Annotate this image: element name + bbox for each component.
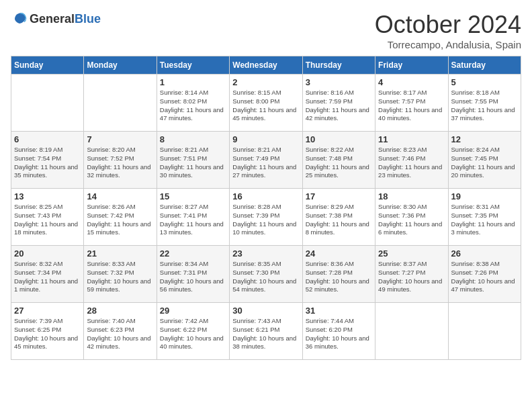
calendar-table: SundayMondayTuesdayWednesdayThursdayFrid… (11, 56, 521, 360)
day-number: 7 (87, 134, 153, 144)
day-info: Sunrise: 8:21 AM Sunset: 7:51 PM Dayligh… (160, 146, 226, 180)
day-info: Sunrise: 7:42 AM Sunset: 6:22 PM Dayligh… (160, 317, 226, 351)
day-number: 21 (87, 248, 153, 259)
calendar-cell: 26Sunrise: 8:38 AM Sunset: 7:26 PM Dayli… (448, 246, 521, 303)
day-info: Sunrise: 8:33 AM Sunset: 7:32 PM Dayligh… (87, 260, 153, 294)
calendar-cell (84, 75, 157, 132)
calendar-cell (11, 75, 84, 132)
day-number: 5 (451, 77, 518, 87)
day-info: Sunrise: 8:25 AM Sunset: 7:43 PM Dayligh… (14, 203, 81, 237)
logo-text: GeneralBlue (30, 12, 101, 26)
calendar-cell: 13Sunrise: 8:25 AM Sunset: 7:43 PM Dayli… (11, 189, 84, 246)
day-info: Sunrise: 8:31 AM Sunset: 7:35 PM Dayligh… (451, 203, 518, 237)
title-section: October 2024 Torrecampo, Andalusia, Spai… (375, 11, 521, 50)
day-info: Sunrise: 8:37 AM Sunset: 7:27 PM Dayligh… (378, 260, 445, 294)
day-number: 12 (451, 134, 518, 144)
day-number: 25 (378, 248, 445, 259)
day-number: 17 (306, 191, 372, 201)
day-info: Sunrise: 8:38 AM Sunset: 7:26 PM Dayligh… (451, 260, 518, 294)
calendar-cell: 6Sunrise: 8:19 AM Sunset: 7:54 PM Daylig… (11, 132, 84, 189)
calendar-cell: 2Sunrise: 8:15 AM Sunset: 8:00 PM Daylig… (230, 75, 302, 132)
logo-icon (11, 11, 27, 27)
calendar-week-2: 6Sunrise: 8:19 AM Sunset: 7:54 PM Daylig… (11, 132, 521, 189)
day-number: 19 (451, 191, 518, 201)
day-info: Sunrise: 8:29 AM Sunset: 7:38 PM Dayligh… (306, 203, 372, 237)
header-sunday: Sunday (11, 56, 84, 75)
day-number: 20 (14, 248, 81, 259)
calendar-cell: 17Sunrise: 8:29 AM Sunset: 7:38 PM Dayli… (302, 189, 375, 246)
header-saturday: Saturday (448, 56, 521, 75)
day-info: Sunrise: 8:34 AM Sunset: 7:31 PM Dayligh… (160, 260, 226, 294)
calendar-cell: 12Sunrise: 8:24 AM Sunset: 7:45 PM Dayli… (448, 132, 521, 189)
day-info: Sunrise: 8:19 AM Sunset: 7:54 PM Dayligh… (14, 146, 81, 180)
page-header: GeneralBlue October 2024 Torrecampo, And… (11, 11, 521, 50)
location-title: Torrecampo, Andalusia, Spain (375, 39, 521, 50)
day-info: Sunrise: 8:22 AM Sunset: 7:48 PM Dayligh… (306, 146, 372, 180)
day-number: 15 (160, 191, 226, 201)
day-info: Sunrise: 8:14 AM Sunset: 8:02 PM Dayligh… (160, 89, 226, 123)
day-number: 26 (451, 248, 518, 259)
calendar-cell: 9Sunrise: 8:21 AM Sunset: 7:49 PM Daylig… (230, 132, 302, 189)
logo: GeneralBlue (11, 11, 101, 27)
day-number: 8 (160, 134, 226, 144)
calendar-cell (448, 303, 521, 360)
calendar-cell: 15Sunrise: 8:27 AM Sunset: 7:41 PM Dayli… (157, 189, 229, 246)
calendar-cell: 10Sunrise: 8:22 AM Sunset: 7:48 PM Dayli… (302, 132, 375, 189)
day-info: Sunrise: 7:39 AM Sunset: 6:25 PM Dayligh… (14, 317, 81, 351)
day-info: Sunrise: 8:30 AM Sunset: 7:36 PM Dayligh… (378, 203, 445, 237)
day-info: Sunrise: 8:32 AM Sunset: 7:34 PM Dayligh… (14, 260, 81, 294)
day-number: 27 (14, 306, 81, 316)
day-number: 16 (232, 191, 299, 201)
day-info: Sunrise: 8:36 AM Sunset: 7:28 PM Dayligh… (306, 260, 372, 294)
day-number: 30 (232, 306, 299, 316)
calendar-week-5: 27Sunrise: 7:39 AM Sunset: 6:25 PM Dayli… (11, 303, 521, 360)
header-thursday: Thursday (302, 56, 375, 75)
calendar-cell: 22Sunrise: 8:34 AM Sunset: 7:31 PM Dayli… (157, 246, 229, 303)
day-info: Sunrise: 8:24 AM Sunset: 7:45 PM Dayligh… (451, 146, 518, 180)
day-number: 3 (306, 77, 372, 87)
day-info: Sunrise: 8:15 AM Sunset: 8:00 PM Dayligh… (232, 89, 299, 123)
month-title: October 2024 (375, 11, 521, 39)
calendar-cell: 11Sunrise: 8:23 AM Sunset: 7:46 PM Dayli… (375, 132, 448, 189)
calendar-cell: 24Sunrise: 8:36 AM Sunset: 7:28 PM Dayli… (302, 246, 375, 303)
day-info: Sunrise: 8:23 AM Sunset: 7:46 PM Dayligh… (378, 146, 445, 180)
header-monday: Monday (84, 56, 157, 75)
calendar-cell: 14Sunrise: 8:26 AM Sunset: 7:42 PM Dayli… (84, 189, 157, 246)
calendar-week-1: 1Sunrise: 8:14 AM Sunset: 8:02 PM Daylig… (11, 75, 521, 132)
day-number: 10 (306, 134, 372, 144)
day-number: 9 (232, 134, 299, 144)
header-wednesday: Wednesday (230, 56, 302, 75)
logo-general: General (30, 12, 75, 26)
calendar-cell: 27Sunrise: 7:39 AM Sunset: 6:25 PM Dayli… (11, 303, 84, 360)
calendar-cell: 5Sunrise: 8:18 AM Sunset: 7:55 PM Daylig… (448, 75, 521, 132)
calendar-cell: 7Sunrise: 8:20 AM Sunset: 7:52 PM Daylig… (84, 132, 157, 189)
day-number: 24 (306, 248, 372, 259)
calendar-cell: 25Sunrise: 8:37 AM Sunset: 7:27 PM Dayli… (375, 246, 448, 303)
day-number: 13 (14, 191, 81, 201)
day-number: 23 (232, 248, 299, 259)
day-info: Sunrise: 8:20 AM Sunset: 7:52 PM Dayligh… (87, 146, 153, 180)
calendar-cell: 29Sunrise: 7:42 AM Sunset: 6:22 PM Dayli… (157, 303, 229, 360)
day-number: 31 (306, 306, 372, 316)
day-info: Sunrise: 7:40 AM Sunset: 6:23 PM Dayligh… (87, 317, 153, 351)
day-number: 22 (160, 248, 226, 259)
calendar-cell: 21Sunrise: 8:33 AM Sunset: 7:32 PM Dayli… (84, 246, 157, 303)
calendar-cell: 31Sunrise: 7:44 AM Sunset: 6:20 PM Dayli… (302, 303, 375, 360)
calendar-cell: 20Sunrise: 8:32 AM Sunset: 7:34 PM Dayli… (11, 246, 84, 303)
day-info: Sunrise: 8:18 AM Sunset: 7:55 PM Dayligh… (451, 89, 518, 123)
day-info: Sunrise: 8:28 AM Sunset: 7:39 PM Dayligh… (232, 203, 299, 237)
calendar-cell: 30Sunrise: 7:43 AM Sunset: 6:21 PM Dayli… (230, 303, 302, 360)
calendar-week-4: 20Sunrise: 8:32 AM Sunset: 7:34 PM Dayli… (11, 246, 521, 303)
calendar-cell (375, 303, 448, 360)
logo-blue: Blue (75, 12, 101, 26)
day-number: 18 (378, 191, 445, 201)
calendar-cell: 8Sunrise: 8:21 AM Sunset: 7:51 PM Daylig… (157, 132, 229, 189)
calendar-header-row: SundayMondayTuesdayWednesdayThursdayFrid… (11, 56, 521, 75)
calendar-cell: 4Sunrise: 8:17 AM Sunset: 7:57 PM Daylig… (375, 75, 448, 132)
calendar-cell: 23Sunrise: 8:35 AM Sunset: 7:30 PM Dayli… (230, 246, 302, 303)
calendar-cell: 28Sunrise: 7:40 AM Sunset: 6:23 PM Dayli… (84, 303, 157, 360)
calendar-cell: 3Sunrise: 8:16 AM Sunset: 7:59 PM Daylig… (302, 75, 375, 132)
day-number: 4 (378, 77, 445, 87)
day-number: 1 (160, 77, 226, 87)
day-info: Sunrise: 8:35 AM Sunset: 7:30 PM Dayligh… (232, 260, 299, 294)
